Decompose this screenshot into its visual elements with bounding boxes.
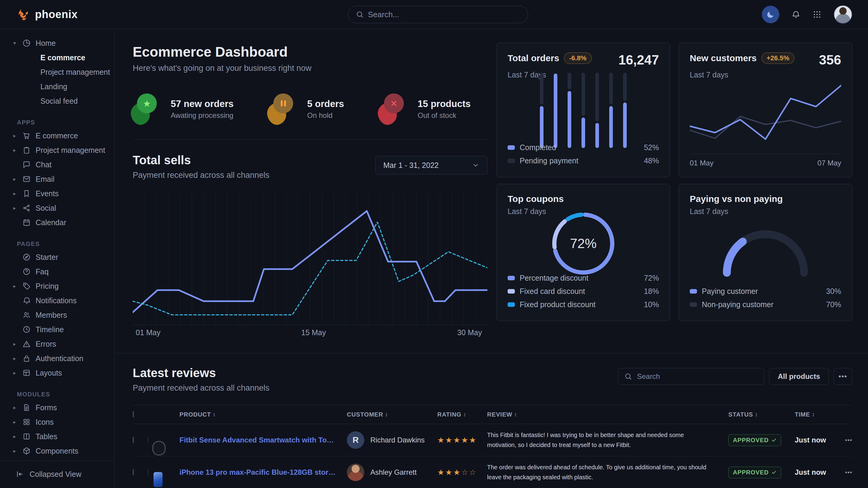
check-icon bbox=[771, 437, 777, 443]
column-header-status[interactable]: STATUS▴▾ bbox=[728, 411, 795, 418]
legend-label: Fixed card discount bbox=[520, 287, 585, 296]
all-products-filter-button[interactable]: All products bbox=[769, 368, 829, 385]
row-actions-button[interactable]: ••• bbox=[840, 437, 852, 444]
sidebar-item-components[interactable]: ▸Components bbox=[0, 444, 114, 458]
stat-star: ★ 57 new orders Awating processing bbox=[133, 93, 234, 125]
reviews-controls: All products ••• bbox=[618, 368, 852, 385]
customer-name: Ashley Garrett bbox=[370, 468, 416, 477]
check-icon bbox=[771, 469, 777, 475]
global-search-input[interactable] bbox=[348, 6, 528, 23]
total-sells-x-axis: 01 May 15 May 30 May bbox=[133, 328, 487, 340]
reviews-more-button[interactable]: ••• bbox=[834, 368, 852, 385]
apps-menu-button[interactable] bbox=[812, 10, 822, 19]
date-range-select[interactable]: Mar 1 - 31, 2022 bbox=[375, 156, 487, 174]
sidebar-item-label: Forms bbox=[36, 403, 57, 412]
total-orders-bar-chart bbox=[507, 79, 659, 141]
caret-right-icon: ▸ bbox=[13, 355, 22, 362]
sidebar-item-notifications[interactable]: Notifications bbox=[0, 293, 114, 308]
sidebar-item-timeline[interactable]: Timeline bbox=[0, 322, 114, 337]
column-header-customer[interactable]: CUSTOMER▴▾ bbox=[347, 411, 437, 418]
sidebar-item-social[interactable]: ▸Social bbox=[0, 201, 114, 215]
row-actions-button[interactable]: ••• bbox=[840, 469, 852, 476]
sort-icon: ▴▾ bbox=[515, 412, 517, 417]
legend-value: 30% bbox=[826, 287, 841, 296]
sidebar-item-layouts[interactable]: ▸Layouts bbox=[0, 366, 114, 380]
column-header-product[interactable]: PRODUCT▴▾ bbox=[180, 411, 347, 418]
brand-logo[interactable]: phoenix bbox=[17, 7, 78, 22]
trend-badge: -6.8% bbox=[564, 53, 591, 64]
column-header-time[interactable]: TIME▴▾ bbox=[795, 411, 840, 418]
card-value: 356 bbox=[819, 53, 841, 67]
user-avatar[interactable] bbox=[834, 5, 852, 24]
sidebar-item-authentication[interactable]: ▸Authentication bbox=[0, 351, 114, 366]
card-title: Top coupons bbox=[507, 194, 564, 204]
caret-right-icon: ▸ bbox=[13, 404, 22, 411]
notifications-button[interactable] bbox=[792, 10, 801, 19]
x-tick-label: 30 May bbox=[457, 328, 482, 337]
navbar-actions bbox=[762, 5, 852, 24]
shopping-cart-icon bbox=[22, 131, 36, 140]
top-coupons-card: Top coupons Last 7 days 72% Percentage bbox=[496, 184, 670, 321]
caret-right-icon: ▸ bbox=[13, 133, 22, 139]
sidebar-item-icons[interactable]: ▸Icons bbox=[0, 415, 114, 429]
order-bar bbox=[609, 72, 613, 148]
grid9-icon bbox=[812, 10, 822, 19]
reviews-search-input[interactable] bbox=[618, 368, 764, 385]
global-search bbox=[348, 6, 528, 23]
legend-label: Completed bbox=[520, 143, 556, 152]
kpi-cards-grid: Total orders -6.8% 16,247 Last 7 days Co… bbox=[496, 42, 852, 340]
product-link[interactable]: Fitbit Sense Advanced Smartwatch with To… bbox=[180, 436, 347, 444]
sidebar-item-project-management[interactable]: ▸Project management bbox=[0, 143, 114, 157]
legend-label: Fixed product discount bbox=[520, 300, 596, 309]
paying-legend: Paying customer 30% Non-paying customer … bbox=[690, 285, 841, 311]
help-circle-icon bbox=[22, 267, 36, 276]
column-header-review[interactable]: REVIEW▴▾ bbox=[487, 411, 728, 418]
column-header-rating[interactable]: RATING▴▾ bbox=[437, 411, 487, 418]
search-icon bbox=[624, 372, 632, 381]
table-row: Fitbit Sense Advanced Smartwatch with To… bbox=[133, 424, 852, 456]
sidebar-subitem-e-commerce[interactable]: E commerce bbox=[0, 50, 114, 65]
sidebar-item-home[interactable]: ▾Home bbox=[0, 36, 114, 50]
paying-gauge-chart bbox=[690, 216, 841, 285]
collapsed-view-button[interactable]: Collapsed View bbox=[16, 467, 114, 481]
legend-row: Fixed card discount 18% bbox=[507, 285, 659, 298]
sidebar-item-events[interactable]: ▸Events bbox=[0, 186, 114, 201]
sidebar-footer: Collapsed View bbox=[0, 461, 114, 488]
sidebar-item-label: Icons bbox=[36, 418, 54, 426]
sidebar-item-email[interactable]: ▸Email bbox=[0, 172, 114, 186]
legend-swatch bbox=[507, 145, 515, 150]
sidebar-item-faq[interactable]: Faq bbox=[0, 264, 114, 279]
sidebar-item-members[interactable]: Members bbox=[0, 308, 114, 322]
new-customers-x-axis: 01 May 07 May bbox=[690, 154, 841, 167]
compass-icon bbox=[22, 253, 36, 261]
stat-badge-icon: ✕ bbox=[380, 93, 409, 125]
search-icon bbox=[355, 10, 364, 19]
sidebar-item-starter[interactable]: Starter bbox=[0, 250, 114, 264]
grid-icon bbox=[22, 418, 36, 426]
sidebar-item-forms[interactable]: ▸Forms bbox=[0, 400, 114, 415]
sidebar-item-e-commerce[interactable]: ▸E commerce bbox=[0, 128, 114, 143]
sidebar-item-label: Authentication bbox=[36, 354, 83, 363]
page-title: Ecommerce Dashboard bbox=[133, 44, 487, 60]
row-checkbox[interactable] bbox=[133, 469, 134, 475]
sidebar-item-calendar[interactable]: Calendar bbox=[0, 215, 114, 230]
column-header-label: TIME bbox=[795, 411, 810, 418]
sidebar-item-errors[interactable]: ▸Errors bbox=[0, 337, 114, 351]
sidebar-item-chat[interactable]: Chat bbox=[0, 157, 114, 172]
review-text: This Fitbit is fantastic! I was trying t… bbox=[487, 430, 728, 450]
select-all-checkbox[interactable] bbox=[133, 411, 134, 418]
product-link[interactable]: iPhone 13 pro max-Pacific Blue-128GB sto… bbox=[180, 468, 347, 477]
sidebar-item-label: Layouts bbox=[36, 369, 62, 378]
sidebar-subitem-social-feed[interactable]: Social feed bbox=[0, 94, 114, 108]
column-header-label: REVIEW bbox=[487, 411, 513, 418]
x-tick-label: 01 May bbox=[136, 328, 160, 337]
row-checkbox[interactable] bbox=[133, 437, 134, 443]
sidebar-item-pricing[interactable]: ▸Pricing bbox=[0, 279, 114, 293]
legend-value: 48% bbox=[644, 157, 659, 165]
sidebar-item-tables[interactable]: ▸Tables bbox=[0, 429, 114, 444]
sidebar-subitem-landing[interactable]: Landing bbox=[0, 79, 114, 94]
theme-toggle-button[interactable] bbox=[762, 6, 779, 23]
stats-row: ★ 57 new orders Awating processing 5 ord… bbox=[133, 92, 487, 126]
sidebar-subitem-project-management[interactable]: Project management bbox=[0, 65, 114, 79]
main-content: Ecommerce Dashboard Here's what's going … bbox=[115, 29, 868, 488]
